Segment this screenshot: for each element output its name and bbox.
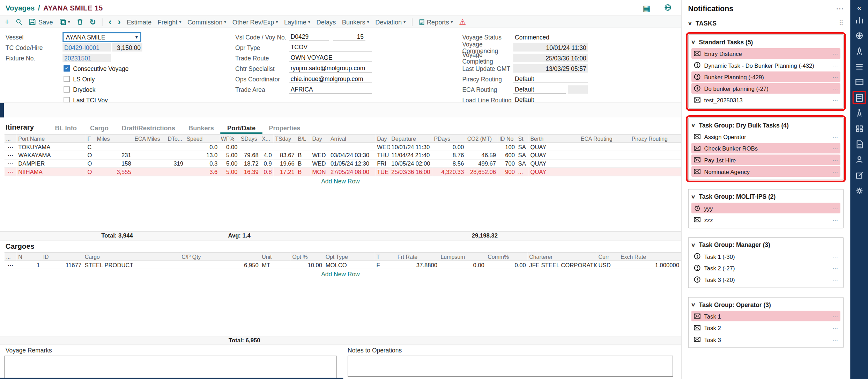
table-grid-icon[interactable]: ▦ <box>643 3 651 12</box>
task-group-header[interactable]: ∨ Task Group: MOLIT-IPS (2) <box>691 191 840 202</box>
sidebar-item-helm[interactable] <box>853 29 866 42</box>
itinerary-row[interactable]: ⋯ DAMPIER O 158 319 0.3 5.00 18.72 0.9 1… <box>5 159 681 168</box>
checkbox-box[interactable]: ✓ <box>64 76 69 82</box>
cell-eca-routing[interactable] <box>579 151 630 159</box>
cargoes-add-new-row-link[interactable]: Add New Row <box>0 269 681 279</box>
vsl-code-field[interactable]: D0429 <box>289 33 329 41</box>
sidebar-item-compass[interactable] <box>853 107 866 120</box>
cell-miles[interactable]: 158 <box>95 159 133 168</box>
tc-code-field[interactable]: D0429-I0001 <box>62 43 111 52</box>
cell-pdays[interactable]: 0.00 <box>432 143 466 151</box>
notes-to-operations-input[interactable] <box>348 356 673 377</box>
sidebar-item-list[interactable] <box>853 60 866 73</box>
menu-deviation[interactable]: Deviation▾ <box>375 19 406 25</box>
cell-berth[interactable]: QUAY <box>529 151 579 159</box>
cell-piracy-routing[interactable] <box>630 159 681 168</box>
cell-n[interactable]: 1 <box>17 261 42 269</box>
cell-qty[interactable]: 6,950 <box>180 261 260 269</box>
cell-id-no[interactable]: 100 <box>498 143 517 151</box>
task-item[interactable]: zzz ⋯ <box>691 214 840 225</box>
cell-eca-routing[interactable] <box>579 168 630 176</box>
sidebar-item-settings[interactable] <box>853 184 866 197</box>
cell-curr[interactable]: USD <box>597 261 619 269</box>
menu-bunkers[interactable]: Bunkers▾ <box>342 19 369 25</box>
checkbox-box[interactable]: ✓ <box>64 97 69 103</box>
menu-reports[interactable]: Reports ▾ <box>418 19 453 25</box>
cell-unit[interactable]: MT <box>260 261 290 269</box>
checkbox-drydock[interactable]: ✓ Drydock <box>64 85 142 94</box>
delete-button[interactable] <box>76 18 83 25</box>
cell-co2[interactable]: 28,652.06 <box>466 168 498 176</box>
cell-wf[interactable]: 5.00 <box>219 168 239 176</box>
sidebar-item-apps[interactable] <box>853 122 866 135</box>
menu-commission[interactable]: Commission▾ <box>187 19 226 25</box>
cell-sdays[interactable]: 18.72 <box>239 159 260 168</box>
cell-f[interactable]: O <box>86 151 95 159</box>
eca-routing-extra-field[interactable] <box>568 85 588 94</box>
voy-no-field[interactable]: 15 <box>333 33 365 41</box>
task-menu-icon[interactable]: ⋯ <box>832 168 838 175</box>
cell-bl[interactable]: B <box>296 151 311 159</box>
cell-eca-miles[interactable] <box>133 159 166 168</box>
cell-co2[interactable] <box>466 143 498 151</box>
cell-port[interactable]: TOKUYAMA <box>17 143 86 151</box>
cell-port[interactable]: NIIHAMA <box>17 168 86 176</box>
task-menu-icon[interactable]: ⋯ <box>832 97 838 103</box>
cell-id-no[interactable]: 600 <box>498 151 517 159</box>
cell-x[interactable]: 0.9 <box>260 159 273 168</box>
cell-departure[interactable]: 10/01/24 11:30 <box>390 143 432 151</box>
task-menu-icon[interactable]: ⋯ <box>832 205 838 211</box>
itinerary-row[interactable]: ⋯ WAKAYAMA O 231 13.0 5.00 79.68 4.0 83.… <box>5 151 681 159</box>
row-menu-icon[interactable]: ⋯ <box>5 159 17 168</box>
cell-st[interactable]: SA <box>517 143 529 151</box>
trade-area-field[interactable]: AFRICA <box>289 85 372 94</box>
cell-speed[interactable]: 13.0 <box>185 151 219 159</box>
cell-tsday[interactable]: 83.67 <box>274 151 296 159</box>
cell-day-dep[interactable]: THU <box>375 151 390 159</box>
cell-sdays[interactable] <box>239 143 260 151</box>
cell-frt-rate[interactable]: 37.8800 <box>396 261 439 269</box>
cell-wf[interactable]: 0.00 <box>219 143 239 151</box>
cell-charterer[interactable]: JFE STEEL CORPORATIO <box>528 261 597 269</box>
cell-f[interactable]: C <box>86 143 95 151</box>
tab-bl-info[interactable]: BL Info <box>48 125 83 134</box>
cell-day-arr[interactable]: WED <box>311 159 329 168</box>
cell-sdays[interactable]: 79.68 <box>239 151 260 159</box>
menu-laytime[interactable]: Laytime▾ <box>284 19 310 25</box>
voyage-commencing-field[interactable]: 10/01/24 11:30 <box>513 43 588 52</box>
row-menu-icon[interactable]: ⋯ <box>5 261 17 269</box>
cell-day-dep[interactable]: WED <box>375 143 390 151</box>
cell-bl[interactable]: B <box>296 159 311 168</box>
cell-berth[interactable]: QUAY <box>529 168 579 176</box>
panel-menu-icon[interactable]: ⋯ <box>836 4 844 13</box>
cell-x[interactable] <box>260 143 273 151</box>
cell-sdays[interactable]: 16.39 <box>239 168 260 176</box>
cell-day-arr[interactable]: WED <box>311 151 329 159</box>
cargo-row[interactable]: ⋯ 1 11677 STEEL PRODUCT 6,950 MT 10.00 M… <box>5 261 681 269</box>
cell-departure[interactable]: 10/05/24 02:00 <box>390 159 432 168</box>
cell-tsday[interactable]: 17.21 <box>274 168 296 176</box>
cell-comm[interactable]: 0.00 <box>486 261 528 269</box>
menu-freight[interactable]: Freight▾ <box>158 19 181 25</box>
task-group-header[interactable]: ∨ Task Group: Manager (3) <box>691 239 840 250</box>
cell-port[interactable]: DAMPIER <box>17 159 86 168</box>
task-group-header[interactable]: ∨ Standard Tasks (5) <box>691 37 840 47</box>
cell-speed[interactable]: 3.6 <box>185 168 219 176</box>
cell-wf[interactable]: 5.00 <box>219 159 239 168</box>
cell-dto[interactable]: 319 <box>166 159 185 168</box>
task-item[interactable]: Task 3 (-20) ⋯ <box>691 274 840 285</box>
cell-eca-routing[interactable] <box>579 143 630 151</box>
trade-route-field[interactable]: OWN VOYAGE <box>289 54 372 62</box>
sidebar-item-tasklist[interactable] <box>853 91 866 104</box>
menu-other-rev-exp[interactable]: Other Rev/Exp▾ <box>232 19 278 25</box>
cell-miles[interactable]: 3,555 <box>95 168 133 176</box>
cell-departure[interactable]: 25/03/36 16:00 <box>390 168 432 176</box>
save-button[interactable]: Save <box>29 18 53 25</box>
validation-warning-icon[interactable]: ⚠ <box>459 18 466 26</box>
cell-pdays[interactable]: 8.76 <box>432 151 466 159</box>
cell-dto[interactable] <box>166 168 185 176</box>
refresh-button[interactable]: ↻ <box>89 18 96 26</box>
tab-bunkers[interactable]: Bunkers <box>182 125 221 134</box>
cell-x[interactable]: 4.0 <box>260 151 273 159</box>
task-item[interactable]: Task 1 ⋯ <box>691 311 840 321</box>
